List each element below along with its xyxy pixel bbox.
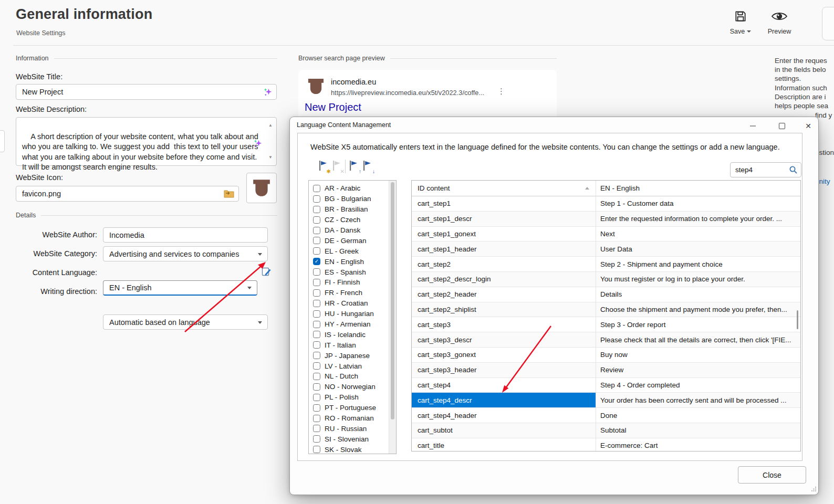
add-language-button[interactable]: ✱ [318, 160, 330, 173]
table-row[interactable]: cart_step2_headerDetails [412, 287, 800, 302]
checkbox-icon[interactable] [313, 362, 320, 370]
table-row[interactable]: cart_step4_headerDone [412, 408, 800, 423]
checkbox-icon[interactable] [313, 425, 320, 432]
checkbox-icon[interactable] [313, 206, 320, 213]
checkbox-icon[interactable] [313, 404, 320, 412]
checkbox-icon[interactable] [313, 331, 320, 338]
language-item[interactable]: HY - Armenian [309, 319, 390, 330]
language-item[interactable]: AR - Arabic [309, 183, 390, 194]
checkbox-icon[interactable] [313, 195, 320, 203]
table-row[interactable]: cart_step3_headerReview [412, 363, 800, 378]
column-header-id[interactable]: ID content [412, 181, 596, 196]
ai-sparkle-icon[interactable] [263, 87, 273, 99]
minimize-button[interactable] [745, 119, 760, 133]
language-item[interactable]: LV - Latvian [309, 361, 390, 371]
preview-button[interactable]: Preview [763, 9, 796, 41]
language-item[interactable]: JP - Japanese [309, 350, 390, 361]
website-category-dropdown[interactable]: Advertising and services to companies [103, 246, 268, 261]
ai-sparkle-icon[interactable] [240, 129, 263, 162]
website-icon-input[interactable] [16, 186, 239, 202]
close-window-button[interactable]: ✕ [800, 119, 816, 133]
search-icon[interactable] [789, 165, 798, 176]
checkbox-checked-icon[interactable] [313, 258, 320, 265]
checkbox-icon[interactable] [313, 185, 320, 192]
scrollbar-thumb[interactable] [391, 182, 394, 419]
website-author-input[interactable] [103, 227, 268, 243]
language-item[interactable]: NO - Norwegian [309, 382, 390, 392]
table-row[interactable]: cart_step4Step 4 - Order completed [412, 378, 800, 393]
language-item[interactable]: FI - Finnish [309, 277, 390, 288]
table-row[interactable]: cart_step3_descrPlease check that all th… [412, 332, 800, 348]
scroll-down-icon[interactable]: ▼ [268, 152, 273, 163]
checkbox-icon[interactable] [313, 268, 320, 276]
table-row[interactable]: cart_step2_shiplistChoose the shipment a… [412, 302, 800, 318]
checkbox-icon[interactable] [313, 321, 320, 328]
checkbox-icon[interactable] [313, 415, 320, 422]
checkbox-icon[interactable] [313, 373, 320, 380]
language-item[interactable]: RO - Romanian [309, 413, 390, 424]
scroll-up-icon[interactable]: ▲ [268, 120, 273, 131]
checkbox-icon[interactable] [313, 446, 320, 453]
checkbox-icon[interactable] [313, 310, 320, 318]
content-language-dropdown[interactable]: EN - English [103, 280, 257, 296]
language-item[interactable]: PL - Polish [309, 392, 390, 403]
language-item[interactable]: HR - Croatian [309, 298, 390, 309]
checkbox-icon[interactable] [313, 341, 320, 349]
language-item[interactable]: HU - Hungarian [309, 309, 390, 319]
table-row[interactable]: cart_titleE-commerce: Cart [412, 438, 800, 452]
maximize-button[interactable] [774, 119, 790, 133]
language-list-scrollbar[interactable] [389, 181, 396, 454]
edit-language-icon[interactable] [261, 266, 272, 279]
checkbox-icon[interactable] [313, 237, 320, 244]
checkbox-icon[interactable] [313, 227, 320, 234]
export-language-button[interactable]: ↓ [362, 160, 374, 173]
table-row[interactable]: cart_step4_descrYour order has been corr… [412, 393, 800, 408]
language-item[interactable]: CZ - Czech [309, 215, 390, 225]
language-item[interactable]: IT - Italian [309, 340, 390, 350]
language-item[interactable]: EL - Greek [309, 246, 390, 256]
table-row[interactable]: cart_step1_headerUser Data [412, 242, 800, 257]
writing-direction-dropdown[interactable]: Automatic based on language [103, 314, 268, 330]
checkbox-icon[interactable] [313, 300, 320, 307]
serp-result-link[interactable]: New Project [305, 101, 361, 113]
table-row[interactable]: cart_step1_gonextNext [412, 227, 800, 242]
table-row[interactable]: cart_step3_gonextBuy now [412, 348, 800, 363]
language-item[interactable]: DE - German [309, 235, 390, 246]
language-item[interactable]: ES - Spanish [309, 267, 390, 277]
table-scrollbar-thumb[interactable] [797, 310, 798, 329]
language-item[interactable]: DA - Dansk [309, 225, 390, 236]
checkbox-icon[interactable] [313, 383, 320, 391]
checkbox-icon[interactable] [313, 216, 320, 224]
language-item[interactable]: SK - Slovak [309, 444, 390, 454]
browse-folder-icon[interactable] [224, 189, 234, 200]
table-row[interactable]: cart_step2Step 2 - Shipment and payment … [412, 257, 800, 272]
checkbox-icon[interactable] [313, 435, 320, 443]
language-item[interactable]: RU - Russian [309, 423, 390, 434]
language-item[interactable]: NL - Dutch [309, 371, 390, 382]
table-row[interactable]: cart_step2_descr_loginYou must register … [412, 272, 800, 287]
website-title-input[interactable] [16, 84, 277, 100]
checkbox-icon[interactable] [313, 279, 320, 286]
language-item[interactable]: BR - Brasilian [309, 204, 390, 215]
kebab-menu-icon[interactable]: ⋮ [497, 87, 505, 96]
checkbox-icon[interactable] [313, 352, 320, 359]
language-item[interactable]: FR - French [309, 288, 390, 298]
language-item[interactable]: EN - English [309, 256, 390, 267]
checkbox-icon[interactable] [313, 247, 320, 255]
column-header-en[interactable]: EN - English [596, 181, 800, 196]
resize-grip[interactable] [811, 485, 817, 494]
import-language-button[interactable]: ↑ [348, 160, 361, 173]
table-row[interactable]: cart_step1_descrEnter the requested info… [412, 212, 800, 227]
checkbox-icon[interactable] [313, 289, 320, 297]
language-item[interactable]: PT - Portuguese [309, 403, 390, 413]
table-row[interactable]: cart_step3Step 3 - Order report [412, 317, 800, 332]
partial-corner-button[interactable] [822, 7, 834, 40]
close-button[interactable]: Close [738, 466, 806, 484]
website-description-textarea[interactable]: A short description of your website cont… [16, 117, 277, 166]
save-button[interactable]: Save [724, 9, 757, 41]
language-item[interactable]: BG - Bulgarian [309, 194, 390, 204]
language-item[interactable]: IS - Icelandic [309, 329, 390, 340]
table-row[interactable]: cart_subtotSubtotal [412, 423, 800, 438]
language-item[interactable]: SI - Slovenian [309, 434, 390, 444]
checkbox-icon[interactable] [313, 394, 320, 401]
